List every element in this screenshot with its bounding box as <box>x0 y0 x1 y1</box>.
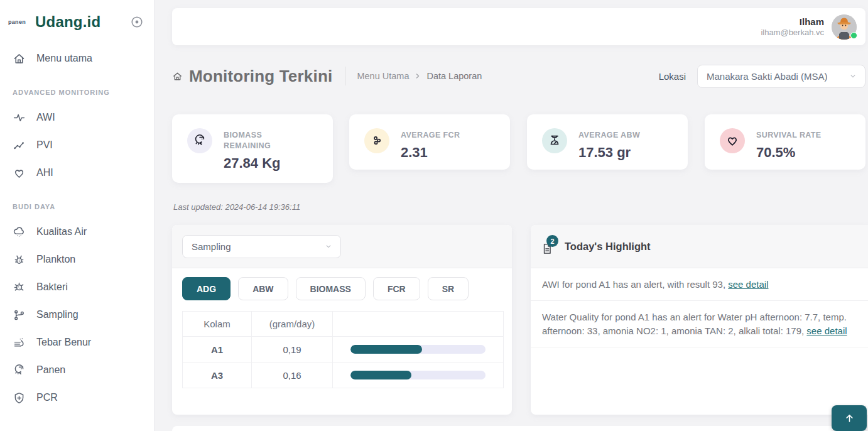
stat-value: 27.84 Kg <box>224 155 293 172</box>
tab-biomass[interactable]: BIOMASS <box>296 277 366 300</box>
sidebar-item-label: Kualitas Air <box>36 226 87 237</box>
avatar[interactable] <box>832 14 857 40</box>
arrow-up-icon <box>844 412 855 424</box>
stat-label: AVERAGE FCR <box>401 130 460 141</box>
user-menu[interactable]: Ilham ilham@berkah.vc <box>761 14 857 40</box>
page-header-row: Monitoring Terkini Menu Utama Data Lapor… <box>172 62 865 90</box>
sidebar-item-menu-utama[interactable]: Menu utama <box>0 45 154 72</box>
next-panel-edge <box>172 426 865 431</box>
sidebar-item-label: Tebar Benur <box>36 337 91 348</box>
panen-logo: panen <box>8 19 26 25</box>
tab-sr[interactable]: SR <box>428 277 469 300</box>
breadcrumb-menu-utama[interactable]: Menu Utama <box>357 71 409 81</box>
stat-card-fcr: AVERAGE FCR 2.31 <box>349 114 510 170</box>
stat-card-survival: SURVIVAL RATE 70.5% <box>705 114 865 170</box>
sidebar-item-label: Panen <box>36 364 65 376</box>
sidebar-item-label: Menu utama <box>36 53 92 64</box>
tab-adg[interactable]: ADG <box>182 277 231 300</box>
stat-card-biomass: BIOMASS REMAINING 27.84 Kg <box>172 114 333 183</box>
breadcrumb-data-laporan: Data Laporan <box>426 71 482 81</box>
last-updated-text: Last updated: 2024-06-14 19:36:11 <box>173 202 300 212</box>
sidebar-item-kualitas-air[interactable]: Kualitas Air <box>0 218 154 246</box>
sidebar-section-budi-daya: BUDI DAYA <box>0 187 154 218</box>
highlight-panel-header: 2 Today's Highlight <box>531 225 868 268</box>
pond-name: A1 <box>183 337 252 363</box>
sampling-dropdown-value: Sampling <box>192 241 231 252</box>
sidebar-item-label: Sampling <box>36 309 79 320</box>
sidebar-item-label: AWI <box>36 112 55 123</box>
user-email: ilham@berkah.vc <box>761 28 824 37</box>
branch-icon <box>13 308 26 322</box>
user-name: Ilham <box>761 16 824 28</box>
pond-name: A3 <box>183 363 252 388</box>
highlight-count-badge: 2 <box>546 235 558 247</box>
shrimp-icon <box>187 128 212 153</box>
column-header-kolam: Kolam <box>183 312 252 337</box>
progress-fill <box>350 371 411 379</box>
sampling-panel: Sampling ADG ABW BIOMASS FCR SR Kolam (g <box>172 225 512 415</box>
sidebar-item-label: AHI <box>36 167 53 178</box>
highlight-panel: 2 Today's Highlight AWI for pond A1 has … <box>531 225 868 415</box>
bacteria-icon <box>13 281 26 294</box>
breadcrumb: Menu Utama Data Laporan <box>357 71 482 81</box>
stat-label: AVERAGE ABW <box>578 130 640 141</box>
cloud-rain-icon <box>13 226 26 239</box>
heart-icon <box>720 128 745 153</box>
chevron-down-icon <box>324 242 333 251</box>
table-row: A1 0,19 <box>183 337 504 363</box>
highlight-text: Water Quality for pond A1 has an alert f… <box>542 312 847 336</box>
adg-value: 0,16 <box>252 363 333 388</box>
location-select[interactable]: Manakara Sakti Abadi (MSA) <box>697 65 865 88</box>
sowing-hand-icon <box>13 336 26 349</box>
trend-scatter-icon <box>13 139 26 152</box>
sidebar-item-label: PVI <box>36 139 53 151</box>
stat-label: BIOMASS REMAINING <box>224 130 293 151</box>
highlight-item: Water Quality for pond A1 has an alert f… <box>531 301 868 347</box>
app-root: panen Udang.id Menu utama ADVANCED MONIT… <box>0 0 868 431</box>
table-header-row: Kolam (gram/day) <box>183 312 504 337</box>
sampling-dropdown[interactable]: Sampling <box>182 235 341 258</box>
sidebar-item-plankton[interactable]: Plankton <box>0 246 154 273</box>
column-header-bar <box>333 312 504 337</box>
tab-abw[interactable]: ABW <box>238 277 288 300</box>
see-detail-link[interactable]: see detail <box>806 325 847 336</box>
sidebar-item-bakteri[interactable]: Bakteri <box>0 273 154 301</box>
scroll-to-top-button[interactable] <box>832 405 867 431</box>
page-title: Monitoring Terkini <box>189 67 332 86</box>
feed-pellets-icon <box>364 128 389 153</box>
sidebar-toggle-icon[interactable] <box>130 15 144 29</box>
column-header-gram-day: (gram/day) <box>252 312 333 337</box>
highlight-title: Today's Highlight <box>565 241 651 253</box>
stat-card-abw: AVERAGE ABW 17.53 gr <box>527 114 688 170</box>
table-row: A3 0,16 <box>183 363 504 388</box>
chevron-right-icon <box>414 72 421 80</box>
divider <box>345 67 345 85</box>
see-detail-link[interactable]: see detail <box>728 279 768 290</box>
sidebar-item-sampling[interactable]: Sampling <box>0 301 154 329</box>
chevron-down-icon <box>849 72 857 80</box>
progress-track <box>350 345 486 354</box>
stat-value: 2.31 <box>401 145 460 161</box>
progress-cell <box>333 363 504 388</box>
highlight-item: AWI for pond A1 has an alert, with resul… <box>531 268 868 301</box>
sidebar-item-panen[interactable]: Panen <box>0 356 154 384</box>
sidebar-item-label: PCR <box>36 392 58 403</box>
adg-table: Kolam (gram/day) A1 0,19 A3 <box>182 311 504 388</box>
sidebar-item-ahi[interactable]: AHI <box>0 159 154 187</box>
activity-icon <box>13 111 26 124</box>
shrimp-icon <box>13 364 26 377</box>
logo-row: panen Udang.id <box>0 0 154 31</box>
sidebar-item-awi[interactable]: AWI <box>0 104 154 131</box>
location-label: Lokasi <box>659 71 686 82</box>
tab-fcr[interactable]: FCR <box>373 277 420 300</box>
sidebar-item-pcr[interactable]: PCR <box>0 384 154 412</box>
sidebar: panen Udang.id Menu utama ADVANCED MONIT… <box>0 0 155 431</box>
sidebar-item-label: Plankton <box>36 254 75 265</box>
stat-value: 70.5% <box>756 145 822 161</box>
sidebar-item-pvi[interactable]: PVI <box>0 131 154 159</box>
shield-plus-icon <box>13 391 26 405</box>
highlight-text: AWI for pond A1 has an alert, with resul… <box>542 279 728 290</box>
sidebar-item-label: Bakteri <box>36 281 68 293</box>
sidebar-item-tebar-benur[interactable]: Tebar Benur <box>0 329 154 356</box>
heart-icon <box>13 166 26 180</box>
